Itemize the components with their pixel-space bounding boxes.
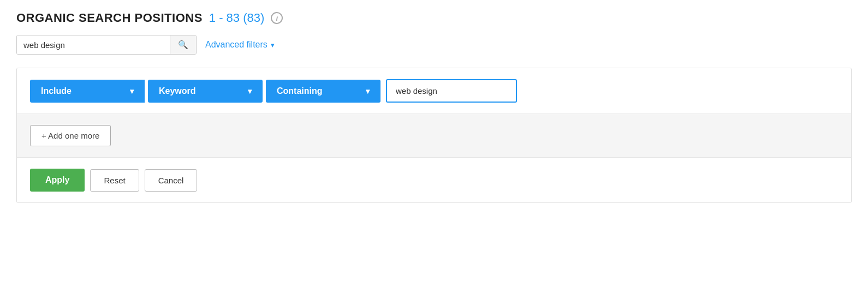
containing-dropdown[interactable]: Containing ▾ [266, 80, 381, 103]
containing-chevron-icon: ▾ [366, 87, 370, 96]
filter-row: Include ▾ Keyword ▾ Containing ▾ [17, 68, 851, 114]
search-bar-row: 🔍 Advanced filters ▾ [16, 35, 852, 55]
filter-text-input[interactable] [386, 79, 517, 103]
add-one-more-label: + Add one more [41, 131, 99, 140]
cancel-button[interactable]: Cancel [145, 169, 198, 192]
advanced-filters-button[interactable]: Advanced filters ▾ [205, 40, 275, 50]
page-count: 1 - 83 (83) [209, 11, 265, 25]
action-row: Apply Reset Cancel [17, 158, 851, 202]
search-icon: 🔍 [178, 40, 188, 50]
add-one-more-button[interactable]: + Add one more [30, 125, 111, 146]
advanced-filters-label: Advanced filters [205, 40, 267, 50]
search-button[interactable]: 🔍 [170, 35, 196, 54]
search-input[interactable] [17, 35, 170, 54]
chevron-down-icon: ▾ [271, 41, 275, 49]
containing-label: Containing [277, 86, 323, 96]
include-dropdown[interactable]: Include ▾ [30, 80, 145, 103]
keyword-label: Keyword [159, 86, 196, 96]
include-chevron-icon: ▾ [130, 87, 134, 96]
add-more-row: + Add one more [17, 114, 851, 158]
filter-panel: Include ▾ Keyword ▾ Containing ▾ + Add o… [16, 68, 852, 203]
reset-button[interactable]: Reset [90, 169, 139, 192]
include-label: Include [41, 86, 72, 96]
keyword-dropdown[interactable]: Keyword ▾ [148, 80, 263, 103]
info-icon[interactable]: i [271, 12, 283, 24]
search-input-wrapper: 🔍 [16, 35, 197, 55]
apply-button[interactable]: Apply [30, 169, 85, 192]
page-header: ORGANIC SEARCH POSITIONS 1 - 83 (83) i [16, 11, 852, 25]
keyword-chevron-icon: ▾ [248, 87, 252, 96]
page-title: ORGANIC SEARCH POSITIONS [16, 11, 203, 25]
